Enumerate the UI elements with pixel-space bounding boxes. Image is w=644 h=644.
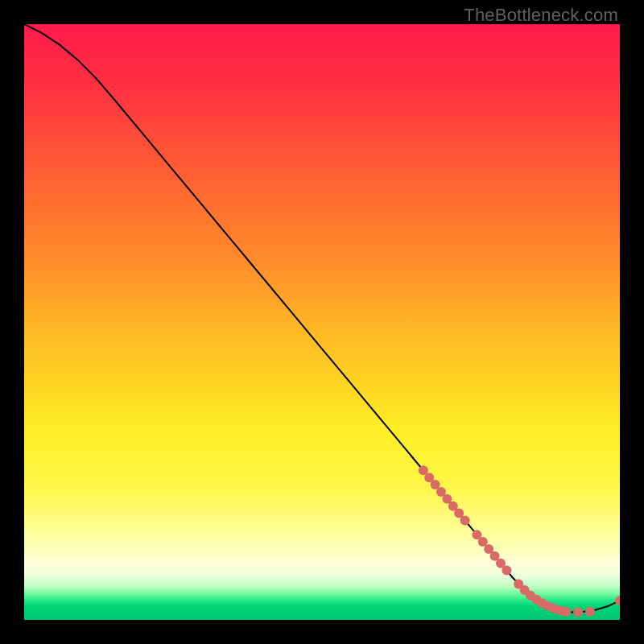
marker-point xyxy=(573,607,583,617)
chart-overlay xyxy=(24,24,620,620)
watermark-text: TheBottleneck.com xyxy=(464,5,618,26)
marker-point xyxy=(585,607,595,617)
marker-point xyxy=(460,515,470,525)
marker-point xyxy=(502,566,511,576)
sample-points xyxy=(419,465,620,617)
plot-area xyxy=(24,24,620,620)
marker-point xyxy=(615,596,620,605)
marker-point xyxy=(561,607,571,617)
bottleneck-curve xyxy=(24,24,620,612)
